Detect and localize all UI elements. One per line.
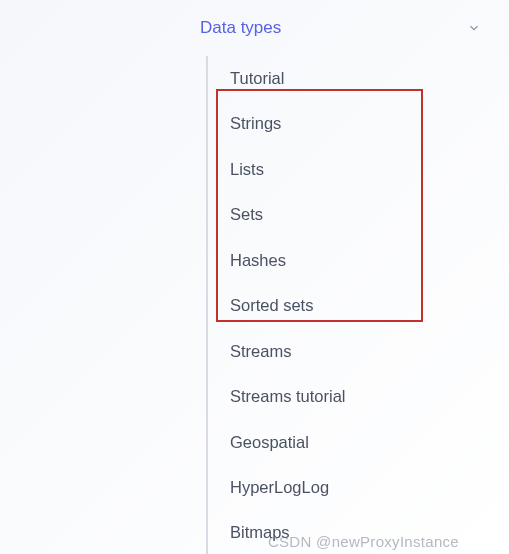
nav-item-lists[interactable]: Lists xyxy=(208,147,489,192)
nav-item-hashes[interactable]: Hashes xyxy=(208,238,489,283)
chevron-down-icon xyxy=(467,21,481,35)
watermark-text: CSDN @newProxyInstance xyxy=(268,533,459,550)
nav-item-hyperloglog[interactable]: HyperLogLog xyxy=(208,465,489,510)
nav-item-sets[interactable]: Sets xyxy=(208,192,489,237)
nav-item-geospatial[interactable]: Geospatial xyxy=(208,420,489,465)
nav-item-strings[interactable]: Strings xyxy=(208,101,489,146)
nav-item-sorted-sets[interactable]: Sorted sets xyxy=(208,283,489,328)
nav-section-title: Data types xyxy=(200,18,281,38)
nav-item-list: Tutorial Strings Lists Sets Hashes Sorte… xyxy=(206,56,489,554)
nav-item-streams[interactable]: Streams xyxy=(208,329,489,374)
nav-section-header[interactable]: Data types xyxy=(200,18,489,38)
nav-item-tutorial[interactable]: Tutorial xyxy=(208,56,489,101)
nav-item-streams-tutorial[interactable]: Streams tutorial xyxy=(208,374,489,419)
sidebar-nav: Data types Tutorial Strings Lists Sets H… xyxy=(0,0,509,554)
